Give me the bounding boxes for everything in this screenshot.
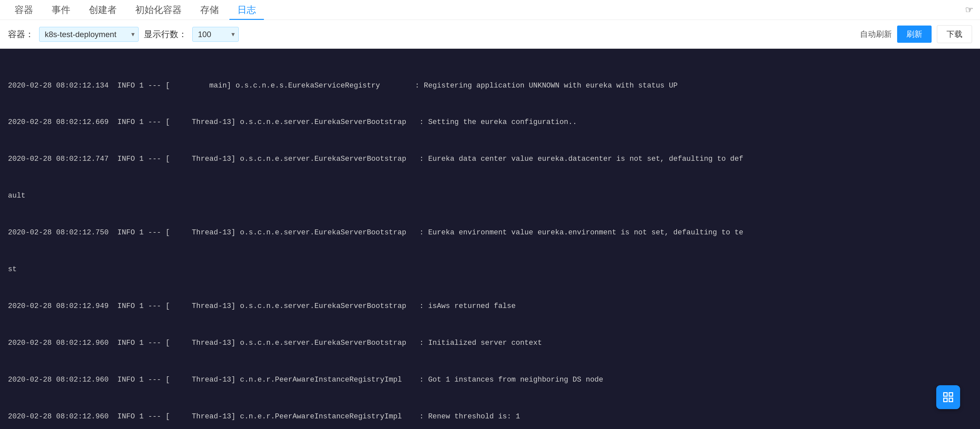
log-line: 2020-02-28 08:02:12.949 INFO 1 --- [ Thr…	[8, 300, 972, 313]
tab-container[interactable]: 容器	[6, 0, 41, 20]
container-select[interactable]: k8s-test-deployment	[39, 27, 138, 42]
tab-creator[interactable]: 创建者	[81, 0, 125, 20]
log-line-wrap: 2020-02-28 08:02:12.747 INFO 1 --- [ Thr…	[8, 153, 972, 165]
log-container: 2020-02-28 08:02:12.134 INFO 1 --- [ mai…	[0, 49, 980, 429]
log-line-continuation: ault	[8, 190, 972, 202]
grid-icon	[942, 391, 954, 403]
tab-events[interactable]: 事件	[44, 0, 78, 20]
container-select-wrapper: k8s-test-deployment ▾	[39, 27, 138, 42]
toolbar: 容器： k8s-test-deployment ▾ 显示行数： 100 200 …	[0, 20, 980, 49]
svg-rect-3	[949, 398, 953, 402]
lines-select-wrapper: 100 200 500 1000 ▾	[192, 27, 239, 42]
log-line: 2020-02-28 08:02:12.134 INFO 1 --- [ mai…	[8, 79, 972, 92]
cursor-area: ☞	[965, 4, 974, 15]
fab-button[interactable]	[936, 385, 960, 409]
lines-select[interactable]: 100 200 500 1000	[192, 27, 239, 42]
log-line: 2020-02-28 08:02:12.960 INFO 1 --- [ Thr…	[8, 337, 972, 350]
tab-logs[interactable]: 日志	[229, 0, 264, 20]
auto-refresh-label: 自动刷新	[860, 29, 892, 40]
refresh-button[interactable]: 刷新	[897, 25, 932, 43]
tab-storage[interactable]: 存储	[192, 0, 227, 20]
log-line: 2020-02-28 08:02:12.669 INFO 1 --- [ Thr…	[8, 116, 972, 129]
svg-rect-2	[944, 398, 948, 402]
log-line: 2020-02-28 08:02:12.960 INFO 1 --- [ Thr…	[8, 410, 972, 423]
container-label: 容器：	[8, 29, 34, 40]
download-button[interactable]: 下载	[937, 25, 972, 43]
log-line-continuation: st	[8, 263, 972, 276]
tabs-bar: 容器 事件 创建者 初始化容器 存储 日志 ☞	[0, 0, 980, 20]
tab-init-container[interactable]: 初始化容器	[127, 0, 189, 20]
toolbar-right: 自动刷新 刷新 下载	[860, 25, 972, 43]
log-line: 2020-02-28 08:02:12.960 INFO 1 --- [ Thr…	[8, 373, 972, 386]
lines-label: 显示行数：	[144, 29, 187, 40]
svg-rect-0	[944, 393, 948, 397]
log-line-wrap: 2020-02-28 08:02:12.750 INFO 1 --- [ Thr…	[8, 226, 972, 239]
svg-rect-1	[949, 393, 953, 397]
